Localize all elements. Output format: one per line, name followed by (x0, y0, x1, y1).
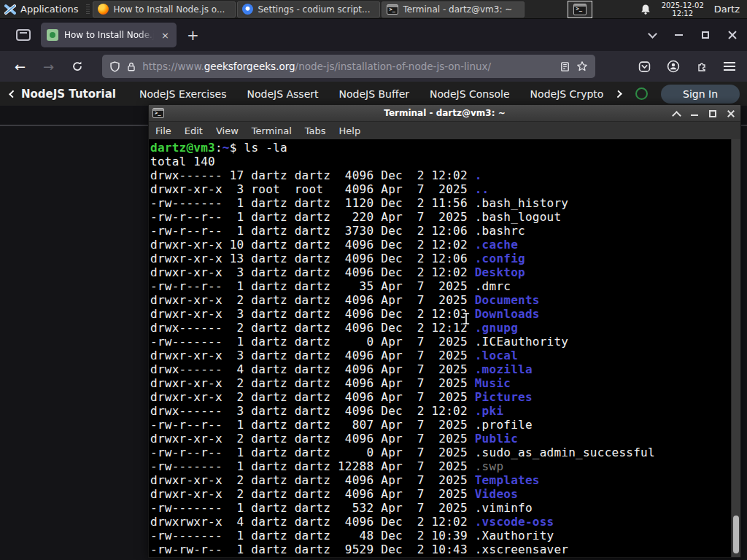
terminal-output-line: drwxrwxr-x 4 dartz dartz 4096 Dec 2 12:0… (150, 515, 730, 529)
terminal-output-line: drwxr-xr-x 3 root root 4096 Apr 7 2025 .… (150, 182, 730, 196)
terminal-menu-help[interactable]: Help (333, 125, 368, 136)
terminal-scrollbar[interactable] (731, 139, 740, 557)
terminal-output-line: -rw-r--r-- 1 dartz dartz 3730 Dec 2 12:0… (150, 224, 730, 238)
clock[interactable]: 2025-12-02 12:12 (662, 1, 704, 18)
taskbar-label: How to Install Node.js o... (113, 4, 225, 15)
url-bar[interactable]: https://www.geeksforgeeks.org/node-js/in… (102, 55, 595, 78)
terminal-output-line: drwx------ 17 dartz dartz 4096 Dec 2 12:… (150, 168, 730, 182)
terminal-output-line: drwxr-xr-x 3 dartz dartz 4096 Apr 7 2025… (150, 349, 730, 362)
terminal-menu-file[interactable]: File (149, 125, 178, 136)
maximize-icon[interactable] (702, 31, 709, 39)
terminal-output-line: drwxr-xr-x 13 dartz dartz 4096 Dec 2 12:… (150, 252, 730, 265)
terminal-output-line: drwxr-xr-x 2 dartz dartz 4096 Apr 7 2025… (150, 376, 730, 390)
terminal-output-line: drwxr-xr-x 10 dartz dartz 4096 Dec 2 12:… (150, 238, 730, 252)
terminal-output-line: -rw------- 1 dartz dartz 532 Apr 7 2025 … (150, 501, 730, 515)
terminal-titlebar[interactable]: Terminal - dartz@vm3: ~ (149, 105, 740, 122)
terminal-output-line: -rw-r--r-- 1 dartz dartz 35 Apr 7 2025 .… (150, 279, 730, 293)
terminal-output-line: drwxr-xr-x 2 dartz dartz 4096 Apr 7 2025… (150, 432, 730, 446)
text-cursor (461, 311, 471, 326)
close-icon[interactable] (727, 110, 735, 117)
taskbar-label: Settings - codium script... (258, 4, 370, 15)
terminal-menubar: FileEditViewTerminalTabsHelp (149, 122, 740, 139)
new-tab-button[interactable]: + (187, 26, 199, 44)
sign-in-button[interactable]: Sign In (661, 85, 740, 104)
search-icon[interactable] (635, 88, 648, 100)
user-menu[interactable]: Dartz (714, 4, 740, 15)
terminal-output-line: -rw-r--r-- 1 dartz dartz 807 Apr 7 2025 … (150, 418, 730, 432)
account-icon[interactable] (667, 60, 680, 73)
scrollbar-thumb[interactable] (733, 516, 739, 553)
terminal-icon (573, 4, 587, 15)
reload-button[interactable] (64, 61, 90, 72)
browser-tab[interactable]: How to Install Node.js o × (41, 23, 177, 47)
applications-label: Applications (20, 4, 78, 15)
terminal-output-line: -rw------- 1 dartz dartz 1120 Dec 2 11:5… (150, 196, 730, 210)
top-panel: Applications How to Install Node.js o...… (0, 0, 747, 19)
geeksforgeeks-favicon (47, 29, 58, 41)
terminal-output-line: total 140 (150, 155, 730, 168)
terminal-output-line: -rw------- 1 dartz dartz 0 Apr 7 2025 .I… (150, 335, 730, 349)
terminal-output-line: drwxr-xr-x 2 dartz dartz 4096 Apr 7 2025… (150, 293, 730, 307)
tab-close-icon[interactable]: × (160, 30, 171, 41)
menu-icon[interactable] (724, 62, 735, 71)
firefox-nav-toolbar: ← → https://www.geeksforgeeks.org/node-j… (0, 51, 747, 82)
site-nav-item[interactable]: NodeJS Exercises (139, 88, 227, 100)
terminal-menu-edit[interactable]: Edit (178, 125, 209, 136)
taskbar-button-terminal[interactable]: Terminal - dartz@vm3: ~ (382, 1, 525, 18)
scroll-right-chevron-icon[interactable] (614, 90, 622, 98)
site-nav-items: NodeJS TutorialNodeJS ExercisesNodeJS As… (21, 88, 611, 101)
firefox-view-icon[interactable] (16, 29, 31, 41)
notification-bell-icon[interactable] (640, 4, 651, 15)
terminal-output-line: drwxr-xr-x 2 dartz dartz 4096 Apr 7 2025… (150, 473, 730, 487)
reader-mode-icon[interactable] (560, 61, 570, 72)
pocket-icon[interactable] (638, 61, 651, 73)
site-nav-item[interactable]: NodeJS Tutorial (21, 88, 116, 101)
site-nav-item[interactable]: NodeJS Crypto (530, 88, 604, 100)
terminal-output: dartz@vm3:~$ ls -latotal 140drwx------ 1… (150, 141, 730, 556)
list-tabs-chevron-icon[interactable] (648, 29, 657, 39)
desktop: Applications How to Install Node.js o...… (0, 0, 747, 560)
terminal-menu-terminal[interactable]: Terminal (245, 125, 298, 136)
terminal-menu-view[interactable]: View (209, 125, 245, 136)
site-nav-bar: NodeJS TutorialNodeJS ExercisesNodeJS As… (0, 82, 747, 106)
terminal-output-line: drwxr-xr-x 2 dartz dartz 4096 Apr 7 2025… (150, 487, 730, 501)
terminal-body[interactable]: dartz@vm3:~$ ls -latotal 140drwx------ 1… (149, 139, 740, 557)
xubuntu-logo-icon (4, 4, 16, 15)
shade-icon[interactable] (673, 110, 680, 117)
terminal-output-line: -rw-r--r-- 1 dartz dartz 220 Apr 7 2025 … (150, 210, 730, 224)
terminal-prompt-line: dartz@vm3:~$ ls -la (150, 141, 730, 155)
extensions-icon[interactable] (696, 61, 708, 72)
terminal-output-line: -rw-r--r-- 1 dartz dartz 0 Apr 7 2025 .s… (150, 446, 730, 459)
site-nav-item[interactable]: NodeJS Buffer (339, 88, 410, 100)
terminal-output-line: drwx------ 3 dartz dartz 4096 Dec 2 12:0… (150, 404, 730, 418)
terminal-output-line: drwx------ 2 dartz dartz 4096 Dec 2 12:1… (150, 321, 730, 335)
scroll-left-chevron-icon[interactable] (9, 90, 17, 98)
minimize-icon[interactable] (691, 110, 698, 117)
bookmark-star-icon[interactable] (576, 61, 588, 72)
tray-terminal-icon[interactable] (568, 1, 592, 18)
forward-button[interactable]: → (36, 59, 61, 74)
terminal-output-line: drwxr-xr-x 2 dartz dartz 4096 Apr 7 2025… (150, 390, 730, 404)
clock-time: 12:12 (662, 9, 704, 18)
terminal-output-line: -rw------- 1 dartz dartz 48 Dec 2 10:39 … (150, 529, 730, 542)
minimize-icon[interactable] (675, 34, 683, 36)
maximize-icon[interactable] (709, 110, 716, 117)
back-button[interactable]: ← (7, 59, 33, 74)
shield-icon[interactable] (109, 61, 120, 72)
applications-menu-button[interactable]: Applications (0, 0, 84, 19)
codium-settings-icon (242, 4, 253, 15)
terminal-output-line: drwxr-xr-x 3 dartz dartz 4096 Dec 2 12:0… (150, 307, 730, 321)
terminal-output-line: drwxr-xr-x 3 dartz dartz 4096 Dec 2 12:0… (150, 265, 730, 279)
close-icon[interactable] (728, 31, 737, 39)
terminal-output-line: drwx------ 4 dartz dartz 4096 Apr 7 2025… (150, 362, 730, 376)
taskbar-button-firefox[interactable]: How to Install Node.js o... (93, 1, 236, 18)
terminal-output-line: -rw------- 1 dartz dartz 12288 Apr 7 202… (150, 459, 730, 473)
url-text: https://www.geeksforgeeks.org/node-js/in… (142, 61, 554, 72)
taskbar-button-codium-settings[interactable]: Settings - codium script... (237, 1, 380, 18)
site-nav-item[interactable]: NodeJS Assert (247, 88, 318, 100)
site-nav-item[interactable]: NodeJS Console (430, 88, 510, 100)
lock-icon[interactable] (126, 61, 136, 72)
firefox-tab-bar: How to Install Node.js o × + (0, 19, 747, 51)
terminal-menu-tabs[interactable]: Tabs (298, 125, 333, 136)
clock-date: 2025-12-02 (662, 1, 704, 9)
